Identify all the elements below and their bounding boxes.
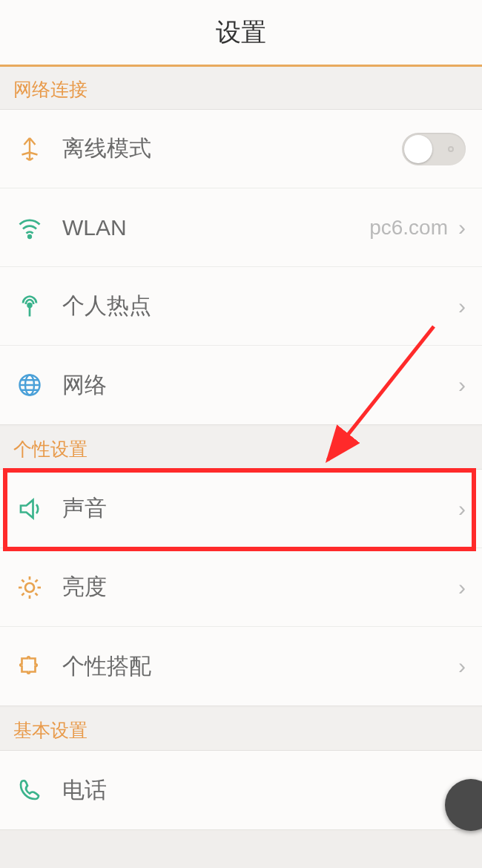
svg-line-13 bbox=[22, 593, 24, 595]
row-hotspot[interactable]: 个人热点 › bbox=[0, 267, 482, 346]
hotspot-icon bbox=[16, 293, 50, 320]
row-wlan[interactable]: WLAN pc6.com › bbox=[0, 188, 482, 267]
airplane-label: 离线模式 bbox=[62, 134, 402, 164]
chevron-right-icon: › bbox=[458, 496, 466, 522]
page-title: 设置 bbox=[216, 16, 266, 50]
group-basic: 电话 › bbox=[0, 750, 482, 830]
row-brightness[interactable]: 亮度 › bbox=[0, 548, 482, 627]
group-personal: 声音 › 亮度 › 个性搭配 › bbox=[0, 469, 482, 706]
row-phone[interactable]: 电话 › bbox=[0, 751, 482, 829]
airplane-icon bbox=[16, 136, 50, 162]
theme-label: 个性搭配 bbox=[62, 651, 458, 682]
svg-line-14 bbox=[36, 579, 38, 582]
svg-line-11 bbox=[22, 579, 24, 582]
row-sound[interactable]: 声音 › bbox=[0, 470, 482, 548]
section-header-basic: 基本设置 bbox=[0, 708, 482, 750]
chevron-right-icon: › bbox=[458, 575, 466, 600]
wifi-icon bbox=[16, 214, 50, 241]
chevron-right-icon: › bbox=[458, 215, 466, 240]
wlan-value: pc6.com bbox=[369, 216, 448, 240]
sound-icon bbox=[16, 496, 50, 522]
hotspot-label: 个人热点 bbox=[62, 291, 458, 321]
globe-icon bbox=[16, 372, 50, 398]
page-header: 设置 bbox=[0, 0, 482, 67]
airplane-toggle[interactable] bbox=[402, 133, 466, 165]
puzzle-icon bbox=[16, 653, 50, 680]
svg-point-0 bbox=[28, 235, 31, 238]
row-network[interactable]: 网络 › bbox=[0, 346, 482, 424]
sound-label: 声音 bbox=[62, 493, 458, 524]
section-header-personal: 个性设置 bbox=[0, 427, 482, 469]
phone-label: 电话 bbox=[62, 775, 458, 806]
network-label: 网络 bbox=[62, 370, 458, 401]
row-airplane-mode[interactable]: 离线模式 bbox=[0, 110, 482, 188]
brightness-label: 亮度 bbox=[62, 572, 458, 602]
chevron-right-icon: › bbox=[458, 294, 466, 319]
section-header-network: 网络连接 bbox=[0, 67, 482, 109]
svg-point-6 bbox=[25, 583, 34, 592]
toggle-knob bbox=[404, 135, 432, 163]
row-theme[interactable]: 个性搭配 › bbox=[0, 627, 482, 706]
group-network: 离线模式 WLAN pc6.com › 个人热点 bbox=[0, 109, 482, 425]
chevron-right-icon: › bbox=[458, 372, 466, 398]
brightness-icon bbox=[16, 574, 50, 601]
svg-line-12 bbox=[36, 593, 38, 595]
phone-icon bbox=[16, 777, 50, 803]
toggle-dot bbox=[448, 146, 454, 152]
wlan-label: WLAN bbox=[62, 215, 369, 240]
chevron-right-icon: › bbox=[458, 654, 466, 679]
